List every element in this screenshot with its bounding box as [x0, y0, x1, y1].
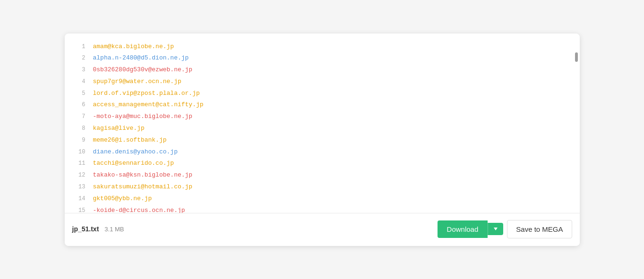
line-number: 3	[70, 66, 86, 75]
save-to-mega-button[interactable]: Save to MEGA	[507, 220, 572, 238]
file-viewer: 1amam@kca.biglobe.ne.jp2alpha.n-2480@d5.…	[65, 34, 580, 246]
line-number: 15	[70, 206, 86, 213]
table-row: 30sb326280dg530v@ezweb.ne.jp	[65, 64, 580, 76]
line-email: meme26@i.softbank.jp	[93, 135, 167, 145]
line-number: 8	[70, 124, 86, 133]
file-name: jp_51.txt	[72, 225, 99, 233]
scrollbar-thumb[interactable]	[575, 52, 578, 62]
table-row: 10diane.denis@yahoo.co.jp	[65, 146, 580, 158]
line-email: -moto-aya@muc.biglobe.ne.jp	[93, 112, 193, 122]
line-number: 11	[70, 159, 86, 168]
line-number: 2	[70, 54, 86, 63]
line-number: 12	[70, 171, 86, 180]
line-email: gkt005@ybb.ne.jp	[93, 194, 152, 204]
table-row: 7-moto-aya@muc.biglobe.ne.jp	[65, 111, 580, 123]
file-footer: jp_51.txt 3.1 MB Download Save to MEGA	[65, 213, 580, 245]
line-number: 14	[70, 194, 86, 203]
table-row: 13sakuratsumuzi@hotmail.co.jp	[65, 181, 580, 193]
line-number: 6	[70, 101, 86, 110]
table-row: 1amam@kca.biglobe.ne.jp	[65, 41, 580, 53]
table-row: 11tacchi@sennarido.co.jp	[65, 158, 580, 169]
table-row: 14gkt005@ybb.ne.jp	[65, 193, 580, 205]
line-number: 9	[70, 136, 86, 145]
table-row: 9meme26@i.softbank.jp	[65, 135, 580, 146]
file-size: 3.1 MB	[104, 226, 124, 233]
line-number: 5	[70, 89, 86, 98]
table-row: 8kagisa@live.jp	[65, 123, 580, 135]
line-number: 7	[70, 112, 86, 121]
table-row: 2alpha.n-2480@d5.dion.ne.jp	[65, 52, 580, 64]
download-dropdown-button[interactable]	[488, 223, 503, 235]
table-row: 5lord.of.vip@zpost.plala.or.jp	[65, 88, 580, 100]
line-email: amam@kca.biglobe.ne.jp	[93, 42, 174, 52]
line-email: kagisa@live.jp	[93, 124, 145, 134]
table-row: 12takako-sa@ksn.biglobe.ne.jp	[65, 169, 580, 181]
line-email: 0sb326280dg530v@ezweb.ne.jp	[93, 65, 193, 75]
action-buttons: Download Save to MEGA	[438, 220, 572, 238]
line-email: alpha.n-2480@d5.dion.ne.jp	[93, 53, 189, 63]
line-email: diane.denis@yahoo.co.jp	[93, 147, 178, 157]
line-number: 1	[70, 42, 86, 51]
line-email: spup7gr9@water.ocn.ne.jp	[93, 77, 181, 87]
line-email: takako-sa@ksn.biglobe.ne.jp	[93, 170, 193, 180]
line-email: lord.of.vip@zpost.plala.or.jp	[93, 89, 200, 99]
table-row: 4spup7gr9@water.ocn.ne.jp	[65, 76, 580, 88]
file-content[interactable]: 1amam@kca.biglobe.ne.jp2alpha.n-2480@d5.…	[65, 34, 580, 213]
table-row: 15-koide-d@circus.ocn.ne.jp	[65, 205, 580, 213]
line-number: 4	[70, 77, 86, 86]
table-row: 6access_management@cat.nifty.jp	[65, 99, 580, 111]
line-email: sakuratsumuzi@hotmail.co.jp	[93, 182, 193, 192]
line-number: 13	[70, 183, 86, 192]
line-email: access_management@cat.nifty.jp	[93, 100, 204, 110]
line-email: -koide-d@circus.ocn.ne.jp	[93, 206, 185, 213]
file-info: jp_51.txt 3.1 MB	[72, 225, 124, 233]
chevron-down-icon	[494, 228, 498, 230]
line-number: 10	[70, 148, 86, 157]
line-email: tacchi@sennarido.co.jp	[93, 159, 174, 169]
download-button[interactable]: Download	[438, 220, 488, 238]
